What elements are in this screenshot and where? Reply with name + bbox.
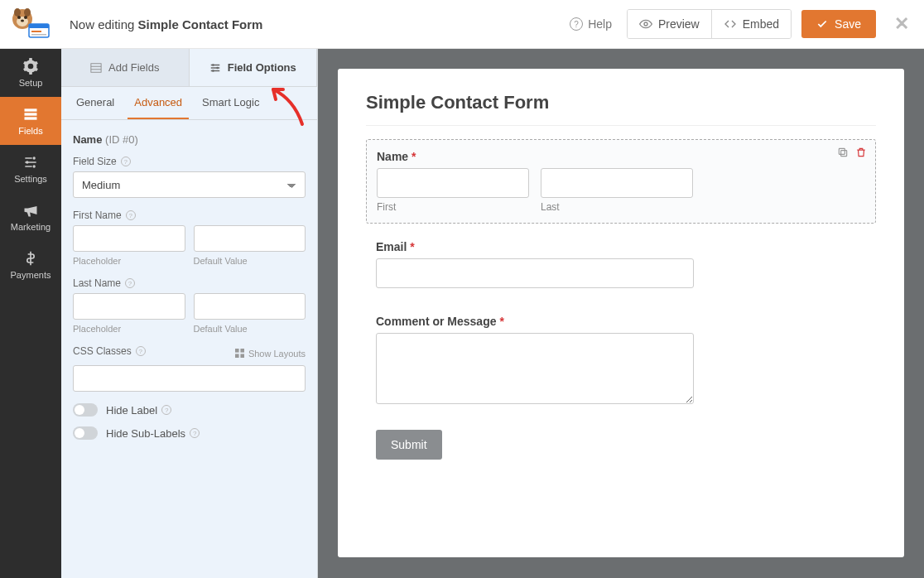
tab-field-options-label: Field Options: [228, 61, 296, 74]
check-icon: [816, 18, 828, 30]
tooltip-icon[interactable]: ?: [125, 278, 135, 288]
tab-add-fields[interactable]: Add Fields: [61, 49, 190, 86]
first-name-input[interactable]: [377, 168, 529, 198]
field-comment[interactable]: Comment or Message *: [366, 305, 876, 417]
preview-button[interactable]: Preview: [628, 10, 711, 38]
last-name-input[interactable]: [541, 168, 693, 198]
nav-settings[interactable]: Settings: [0, 145, 61, 193]
first-name-default-input[interactable]: [194, 225, 306, 252]
svg-rect-12: [25, 108, 37, 111]
tooltip-icon[interactable]: ?: [121, 157, 131, 166]
default-value-hint: Default Value: [194, 256, 306, 266]
show-layouts-button[interactable]: Show Layouts: [235, 349, 306, 359]
css-classes-label: CSS Classes ?: [73, 345, 146, 357]
subtab-advanced[interactable]: Advanced: [128, 87, 189, 119]
editing-form-name: Simple Contact Form: [138, 17, 263, 31]
field-size-label: Field Size ?: [73, 156, 306, 167]
preview-label: Preview: [658, 17, 700, 31]
last-name-placeholder-input[interactable]: [73, 293, 185, 320]
css-classes-row: CSS Classes ? Show Layouts: [73, 345, 306, 392]
hide-sublabels-text: Hide Sub-Labels ?: [106, 427, 200, 440]
svg-rect-10: [31, 34, 46, 36]
tab-field-options[interactable]: Field Options: [190, 49, 318, 86]
svg-point-17: [33, 165, 36, 167]
nav-fields[interactable]: Fields: [0, 97, 61, 145]
code-icon: [724, 17, 737, 31]
nav-settings-label: Settings: [14, 174, 47, 184]
selected-field-title: Name (ID #0): [73, 133, 306, 146]
subtab-smart-logic[interactable]: Smart Logic: [195, 87, 266, 119]
first-sublabel: First: [377, 201, 529, 213]
nav-marketing[interactable]: Marketing: [0, 193, 61, 241]
side-panel: Add Fields Field Options General Advance…: [61, 49, 318, 578]
tooltip-icon[interactable]: ?: [136, 346, 146, 356]
panel-tabs: Add Fields Field Options: [61, 49, 317, 87]
editing-prefix: Now editing: [70, 17, 138, 31]
eye-icon: [639, 17, 652, 31]
last-name-row: Last Name ? Placeholder Default Value: [73, 277, 306, 334]
tooltip-icon[interactable]: ?: [190, 428, 200, 438]
last-name-label: Last Name ?: [73, 277, 306, 289]
sliders-icon: [22, 154, 39, 171]
gear-icon: [22, 58, 39, 75]
nav-setup[interactable]: Setup: [0, 49, 61, 97]
embed-label: Embed: [743, 17, 779, 31]
hide-label-toggle[interactable]: [73, 403, 98, 417]
nav-payments[interactable]: Payments: [0, 241, 61, 289]
svg-rect-8: [29, 24, 49, 28]
last-sublabel: Last: [541, 201, 693, 213]
nav-setup-label: Setup: [19, 78, 43, 88]
svg-point-23: [212, 70, 214, 72]
fields-icon: [22, 106, 39, 123]
tooltip-icon[interactable]: ?: [126, 210, 136, 220]
field-comment-label: Comment or Message *: [376, 315, 866, 328]
svg-point-5: [24, 16, 27, 19]
save-label: Save: [835, 17, 861, 31]
svg-point-11: [644, 22, 647, 26]
first-name-placeholder-input[interactable]: [73, 225, 185, 252]
comment-textarea[interactable]: [376, 333, 694, 404]
embed-button[interactable]: Embed: [711, 10, 791, 38]
workspace: Setup Fields Settings Marketing Payments…: [0, 49, 924, 578]
field-actions: [837, 147, 867, 158]
close-button[interactable]: ✕: [894, 13, 909, 35]
submit-button[interactable]: Submit: [376, 430, 442, 460]
layouts-icon: [235, 349, 244, 358]
save-button[interactable]: Save: [801, 10, 876, 38]
field-name[interactable]: Name * First Last: [366, 139, 876, 224]
placeholder-hint: Placeholder: [73, 256, 185, 266]
last-name-default-input[interactable]: [194, 293, 306, 320]
trash-icon[interactable]: [855, 147, 867, 158]
help-link[interactable]: ? Help: [570, 17, 612, 31]
css-classes-input[interactable]: [73, 365, 306, 392]
top-bar: Now editing Simple Contact Form ? Help P…: [0, 0, 924, 49]
form-card: Simple Contact Form Name * First: [338, 69, 904, 557]
hide-label-row: Hide Label ?: [73, 403, 306, 417]
svg-point-21: [212, 64, 214, 66]
svg-point-15: [33, 157, 36, 159]
first-name-row: First Name ? Placeholder Default Value: [73, 210, 306, 266]
duplicate-icon[interactable]: [837, 147, 849, 158]
hide-sublabels-toggle[interactable]: [73, 426, 98, 440]
first-name-label: First Name ?: [73, 210, 306, 221]
nav-payments-label: Payments: [11, 270, 51, 280]
default-value-hint-2: Default Value: [194, 324, 306, 334]
field-email[interactable]: Email *: [366, 230, 876, 298]
nav-marketing-label: Marketing: [11, 222, 51, 232]
svg-rect-9: [31, 31, 41, 32]
options-icon: [209, 62, 221, 74]
svg-point-4: [17, 16, 21, 19]
subtab-general[interactable]: General: [70, 87, 121, 119]
help-icon: ?: [570, 17, 583, 31]
form-title: Simple Contact Form: [366, 92, 876, 113]
email-input[interactable]: [376, 258, 694, 288]
field-name-label: Name *: [377, 150, 865, 163]
svg-point-16: [26, 161, 28, 163]
tooltip-icon[interactable]: ?: [161, 405, 171, 415]
field-size-select[interactable]: Medium: [73, 171, 306, 198]
editing-label: Now editing Simple Contact Form: [70, 17, 262, 31]
field-size-row: Field Size ? Medium: [73, 156, 306, 198]
left-nav: Setup Fields Settings Marketing Payments: [0, 49, 61, 578]
nav-fields-label: Fields: [18, 126, 42, 136]
title-divider: [366, 125, 876, 126]
